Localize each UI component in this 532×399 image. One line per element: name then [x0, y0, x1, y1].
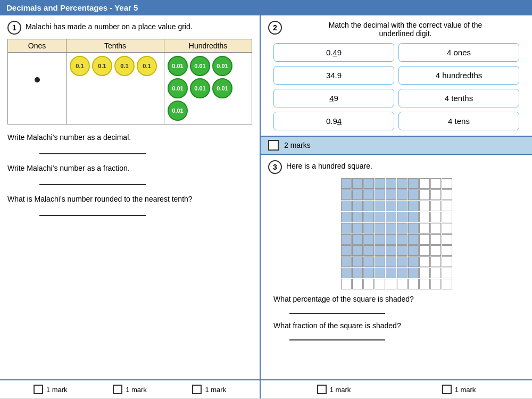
- hs-cell: [419, 234, 430, 245]
- hs-cell: [375, 279, 385, 289]
- hs-cell: [430, 268, 441, 278]
- hs-cell: [430, 234, 441, 245]
- left-panel: 1 Malachi has made a number on a place v…: [0, 15, 261, 379]
- write-decimal-answer[interactable]: [39, 144, 146, 154]
- hundred-square: [341, 178, 452, 289]
- hs-cell: [352, 268, 363, 278]
- write-round-answer[interactable]: [39, 205, 146, 216]
- hs-cell: [341, 245, 352, 256]
- hs-cell: [442, 245, 452, 256]
- col-ones: Ones: [8, 39, 66, 53]
- q1-number: 1: [7, 21, 21, 35]
- hs-cell: [430, 201, 441, 211]
- hs-cell: [442, 201, 452, 211]
- hs-cell: [363, 189, 374, 200]
- hs-cell: [341, 223, 352, 234]
- tenths-circle-2: 0.1: [92, 56, 112, 76]
- match-left-3[interactable]: 49: [273, 89, 394, 107]
- q3-fraction-label: What fraction of the square is shaded?: [273, 321, 519, 330]
- hs-cell: [419, 201, 430, 211]
- hs-cell: [386, 256, 396, 267]
- right-panel: 2 Match the decimal with the correct val…: [261, 15, 532, 379]
- match-left-1[interactable]: 0.49: [273, 43, 394, 62]
- mark-label-1: 1 mark: [46, 386, 68, 394]
- hs-cell: [419, 245, 430, 256]
- q3-fraction-item: What fraction of the square is shaded?: [273, 321, 519, 340]
- hs-cell: [341, 189, 352, 200]
- q2-header: 2 Match the decimal with the correct val…: [268, 21, 525, 38]
- mark-checkbox-2[interactable]: [113, 385, 122, 394]
- write-section: Write Malachi’s number as a decimal. Wri…: [7, 133, 252, 216]
- hs-cell: [397, 279, 408, 289]
- mark-checkbox-3[interactable]: [192, 385, 202, 394]
- hs-cell: [408, 178, 419, 189]
- mark-checkbox-5[interactable]: [442, 385, 452, 394]
- hs-cell: [386, 189, 396, 200]
- hundredths-circle-7: 0.01: [168, 101, 188, 121]
- hundredths-circle-4: 0.01: [168, 78, 188, 98]
- q3-percentage-item: What percentage of the square is shaded?: [273, 295, 519, 314]
- hundredths-circle-3: 0.01: [212, 56, 232, 76]
- hs-cell: [408, 201, 419, 211]
- hs-cell: [363, 178, 374, 189]
- hs-cell: [442, 189, 452, 200]
- mark-label-4: 1 mark: [330, 386, 351, 394]
- hs-cell: [408, 212, 419, 222]
- hs-cell: [419, 256, 430, 267]
- write-decimal-label: Write Malachi’s number as a decimal.: [7, 133, 252, 142]
- hs-cell: [442, 256, 452, 267]
- match-right-3[interactable]: 4 tenths: [398, 89, 519, 107]
- hs-cell: [408, 279, 419, 289]
- match-right-1[interactable]: 4 ones: [398, 43, 519, 62]
- hs-cell: [442, 212, 452, 222]
- match-right-4[interactable]: 4 tens: [398, 112, 519, 130]
- match-grid: 0.49 4 ones 34.9 4 hundredths 49 4 tenth…: [268, 43, 525, 130]
- hs-cell: [419, 223, 430, 234]
- write-fraction-label: Write Malachi’s number as a fraction.: [7, 164, 252, 172]
- match-left-4[interactable]: 0.94: [273, 112, 394, 130]
- hs-cell: [442, 223, 452, 234]
- page-title: Decimals and Percentages - Year 5: [6, 3, 138, 12]
- marks-text: 2 marks: [284, 141, 311, 149]
- hs-cell: [386, 234, 396, 245]
- hundredths-circles: 0.01 0.01 0.01 0.01 0.01 0.01 0.01: [168, 56, 248, 121]
- hs-cell: [352, 178, 363, 189]
- mark-label-3: 1 mark: [205, 386, 226, 394]
- bottom-right-marks: 1 mark 1 mark: [261, 380, 532, 398]
- mark-label-5: 1 mark: [455, 386, 476, 394]
- hs-cell: [419, 212, 430, 222]
- write-round-label: What is Malachi’s number rounded to the …: [7, 195, 252, 203]
- hs-cell: [430, 223, 441, 234]
- mark-checkbox-4[interactable]: [317, 385, 327, 394]
- hs-cell: [363, 201, 374, 211]
- q3-fraction-answer[interactable]: [289, 332, 385, 340]
- mark-checkbox-1[interactable]: [34, 385, 43, 394]
- hs-cell: [375, 245, 385, 256]
- q2-section: 2 Match the decimal with the correct val…: [261, 15, 532, 137]
- hs-cell: [352, 212, 363, 222]
- q2-number: 2: [268, 21, 282, 35]
- mark-item-3: 1 mark: [192, 385, 226, 394]
- ones-cell: [8, 53, 66, 124]
- hs-cell: [352, 201, 363, 211]
- hs-cell: [375, 256, 385, 267]
- hs-cell: [341, 256, 352, 267]
- hs-cell: [341, 212, 352, 222]
- hs-cell: [341, 268, 352, 278]
- hs-cell: [375, 223, 385, 234]
- hs-cell: [341, 178, 352, 189]
- hs-cell: [430, 245, 441, 256]
- write-fraction-answer[interactable]: [39, 174, 146, 185]
- hundredths-circle-6: 0.01: [212, 78, 232, 98]
- marks-checkbox[interactable]: [268, 140, 279, 151]
- q3-percentage-answer[interactable]: [289, 305, 385, 314]
- write-round-item: What is Malachi’s number rounded to the …: [7, 195, 252, 216]
- bottom-bar: 1 mark 1 mark 1 mark 1 mark 1 mark: [0, 379, 532, 398]
- hs-cell: [352, 223, 363, 234]
- match-left-2[interactable]: 34.9: [273, 66, 394, 85]
- match-right-2[interactable]: 4 hundredths: [398, 66, 519, 85]
- hs-cell: [375, 212, 385, 222]
- hs-cell: [386, 178, 396, 189]
- q3-questions: What percentage of the square is shaded?…: [268, 295, 525, 340]
- hs-cell: [419, 279, 430, 289]
